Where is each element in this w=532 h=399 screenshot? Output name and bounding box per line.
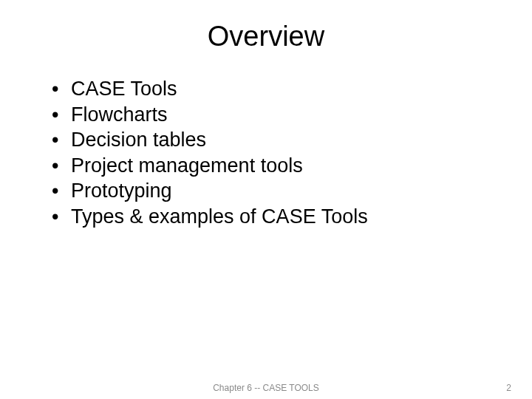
list-item: Types & examples of CASE Tools xyxy=(52,204,502,230)
footer-chapter: Chapter 6 -- CASE TOOLS xyxy=(213,383,319,393)
list-item: Project management tools xyxy=(52,153,502,179)
list-item: Flowcharts xyxy=(52,102,502,128)
slide-title: Overview xyxy=(30,21,502,52)
footer-page-number: 2 xyxy=(506,383,511,393)
bullet-list: CASE Tools Flowcharts Decision tables Pr… xyxy=(30,76,502,229)
list-item: Prototyping xyxy=(52,178,502,204)
slide: Overview CASE Tools Flowcharts Decision … xyxy=(0,0,532,399)
list-item: CASE Tools xyxy=(52,76,502,102)
list-item: Decision tables xyxy=(52,127,502,153)
